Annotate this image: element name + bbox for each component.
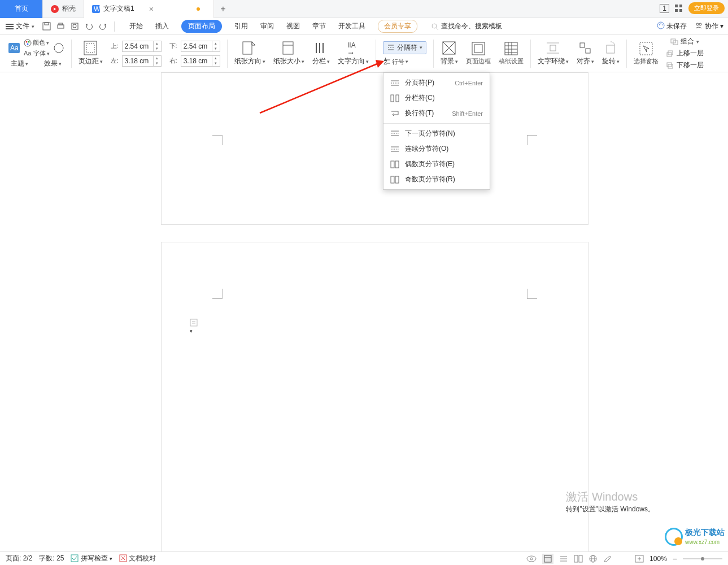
svg-point-13 <box>699 23 701 25</box>
view-read-icon[interactable] <box>574 555 583 563</box>
tab-close-button[interactable]: × <box>149 5 154 14</box>
search-icon <box>431 23 439 31</box>
status-page[interactable]: 页面: 2/2 <box>6 554 32 563</box>
align-button[interactable]: 对齐▾ <box>573 35 598 72</box>
line-break-icon <box>390 110 399 118</box>
divider <box>71 40 72 68</box>
columns-button[interactable]: 分栏▾ <box>309 35 333 72</box>
menu-references[interactable]: 引用 <box>234 21 248 31</box>
rotate-button[interactable]: 旋转▾ <box>599 35 623 72</box>
effect-button[interactable] <box>53 42 64 54</box>
zoom-out-button[interactable]: − <box>673 554 677 563</box>
save-icon[interactable] <box>42 22 51 31</box>
zoom-slider[interactable] <box>683 556 722 562</box>
unsaved-button[interactable]: 未保存 <box>657 21 687 31</box>
menu-view[interactable]: 视图 <box>286 21 300 31</box>
margin-top-value: 2.54 cm <box>125 42 149 50</box>
undo-icon[interactable] <box>85 22 93 31</box>
linenumber-button[interactable]: 12 行号▾ <box>383 58 408 66</box>
paper-setting-button[interactable]: 稿纸设置 <box>495 35 527 72</box>
view-page-icon[interactable] <box>542 554 553 564</box>
search-box[interactable]: 查找命令、搜索模板 <box>431 21 502 31</box>
page-1[interactable] <box>161 72 588 225</box>
dm-next-page-section[interactable]: 下一页分节符(N) <box>383 126 490 141</box>
svg-rect-93 <box>574 555 578 562</box>
redo-icon[interactable] <box>99 22 107 31</box>
margin-top-input[interactable]: 2.54 cm▴▾ <box>122 41 162 52</box>
dm-page-break[interactable]: 分页符(P)Ctrl+Enter <box>383 75 490 90</box>
tab-home[interactable]: 首页 <box>0 0 43 18</box>
tab-document[interactable]: W 文字文稿1 × <box>84 0 214 18</box>
dm-column-break[interactable]: 分栏符(C) <box>383 90 490 106</box>
menu-insert[interactable]: 插入 <box>155 21 169 31</box>
group-button[interactable]: 组合▾ <box>670 37 699 46</box>
selection-pane-button[interactable]: 选择窗格 <box>630 35 662 72</box>
dm-continuous-section[interactable]: 连续分节符(O) <box>383 141 490 157</box>
counter-badge[interactable]: 1 <box>660 4 669 13</box>
coop-label: 协作 <box>705 22 718 30</box>
effect-dd[interactable]: 效果▾ <box>44 59 62 68</box>
new-tab-button[interactable]: + <box>214 4 232 14</box>
theme-button[interactable]: Aa <box>8 42 20 54</box>
menu-chapter[interactable]: 章节 <box>312 21 326 31</box>
dm-line-break[interactable]: 换行符(T)Shift+Enter <box>383 106 490 121</box>
zoom-fit-icon[interactable] <box>635 555 644 563</box>
app-grid-icon[interactable] <box>675 5 683 12</box>
margin-left-label: 左: <box>111 56 119 65</box>
tab-docker[interactable]: 稻壳 <box>43 0 84 18</box>
status-proof[interactable]: 文档校对 <box>119 554 156 563</box>
svg-rect-5 <box>58 25 64 28</box>
theme-dd[interactable]: 主题▾ <box>11 59 28 68</box>
print-preview-icon[interactable] <box>71 22 79 31</box>
section-break-icon[interactable]: ▾ <box>190 319 200 334</box>
page-border-button[interactable]: 页面边框 <box>463 35 494 72</box>
separator-button[interactable]: 分隔符▾ <box>383 41 426 54</box>
menu-review[interactable]: 审阅 <box>260 21 274 31</box>
login-button[interactable]: 立即登录 <box>688 2 725 14</box>
chevron-down-icon: ▾ <box>406 59 408 64</box>
menu-vip[interactable]: 会员专享 <box>378 20 417 33</box>
edit-pen-icon[interactable] <box>603 555 612 563</box>
eye-icon[interactable] <box>526 555 537 563</box>
background-button[interactable]: 背景▾ <box>437 35 461 72</box>
size-button[interactable]: 纸张大小▾ <box>270 35 308 72</box>
view-web-icon[interactable] <box>588 555 598 563</box>
theme-label: 主题 <box>11 59 24 68</box>
dm-odd-page-section[interactable]: 奇数页分节符(R) <box>383 172 490 187</box>
chevron-down-icon: ▾ <box>720 22 723 30</box>
status-wordcount[interactable]: 字数: 25 <box>39 554 64 563</box>
unsaved-dot-icon <box>197 7 200 11</box>
menubar: 文件 ▾ 开始 插入 页面布局 引用 审阅 视图 章节 开发工具 会员专享 查找… <box>0 18 728 35</box>
print-icon[interactable] <box>56 22 65 31</box>
menu-page-layout[interactable]: 页面布局 <box>181 20 222 33</box>
margin-right-input[interactable]: 3.18 cm▴▾ <box>181 55 220 67</box>
margin-left-input[interactable]: 3.18 cm▴▾ <box>122 55 162 67</box>
up-layer-button[interactable]: 上移一层 <box>666 49 704 58</box>
view-outline-icon[interactable] <box>559 555 568 563</box>
menu-devtools[interactable]: 开发工具 <box>338 21 365 31</box>
file-menu[interactable]: 文件 ▾ <box>6 21 34 31</box>
dm-label: 下一页分节符(N) <box>405 129 455 138</box>
font-button[interactable]: Aa 字体▾ <box>24 49 50 58</box>
menu-start[interactable]: 开始 <box>129 21 143 31</box>
status-spellcheck[interactable]: 拼写检查 ▾ <box>71 554 112 563</box>
margin-bottom-input[interactable]: 2.54 cm▴▾ <box>181 41 220 52</box>
page-2[interactable]: ▾ <box>161 242 588 551</box>
down-layer-button[interactable]: 下移一层 <box>666 60 704 70</box>
svg-rect-51 <box>580 43 585 47</box>
orient-button[interactable]: 纸张方向▾ <box>231 35 269 72</box>
dm-even-page-section[interactable]: 偶数页分节符(E) <box>383 157 490 172</box>
zoom-level[interactable]: 100% <box>649 555 667 563</box>
page-break-icon <box>390 79 399 87</box>
color-button[interactable]: 颜色▾ <box>24 38 50 47</box>
color-label: 颜色 <box>33 38 45 47</box>
textdir-button[interactable]: IIA 文字方向▾ <box>334 35 372 72</box>
wrap-button[interactable]: 文字环绕▾ <box>534 35 572 72</box>
continuous-section-icon <box>390 145 399 153</box>
chevron-down-icon: ▾ <box>46 40 49 46</box>
margin-bottom-value: 2.54 cm <box>184 42 208 50</box>
document-canvas[interactable]: ▾ <box>0 72 728 551</box>
coop-button[interactable]: 协作 ▾ <box>695 21 723 31</box>
margin-button[interactable]: 页边距▾ <box>79 41 103 66</box>
ribbon-margin-group: 页边距▾ <box>75 35 106 72</box>
